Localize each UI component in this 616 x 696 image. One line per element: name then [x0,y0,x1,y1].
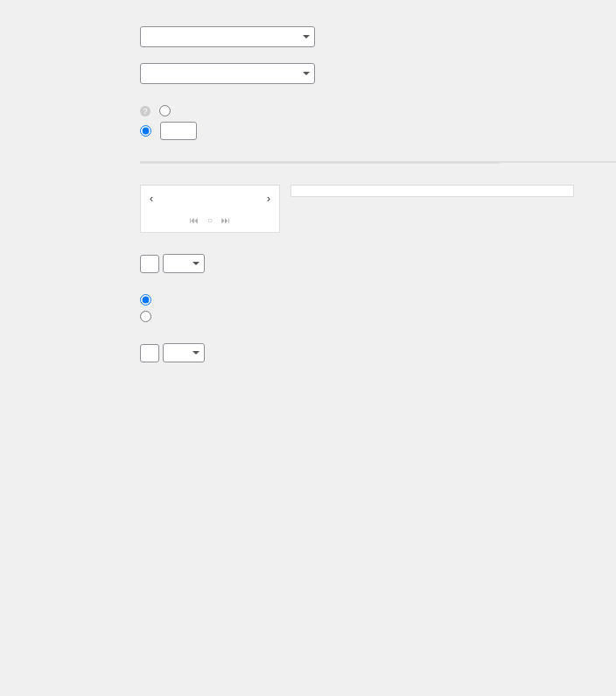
calc-calendar-radio[interactable] [140,311,151,322]
calendar: ‹ › ⏮ ○ ⏭ [140,185,280,233]
lead-unit-select[interactable] [163,254,205,273]
cal-prev-icon[interactable]: ‹ [146,193,157,205]
limits-label [9,105,140,109]
cal-next-icon[interactable]: › [263,193,274,205]
limits-count-input[interactable] [160,122,197,140]
help-icon[interactable]: ? [140,106,150,116]
deadline-unit-select[interactable] [163,343,205,362]
holiday-tags [290,185,574,197]
duration-select[interactable] [140,63,315,84]
mode-label [9,26,140,30]
cal-last-icon[interactable]: ⏭ [221,215,230,225]
holidays-label [9,185,140,188]
limits-unlimited-radio[interactable] [159,105,171,116]
deadline-label [9,343,140,347]
calc-label [9,294,140,298]
hours-label [9,161,140,165]
cal-today-icon[interactable]: ○ [207,215,213,225]
mode-select[interactable] [140,26,315,47]
lead-label [9,254,140,257]
lead-input[interactable] [140,255,159,273]
duration-label [9,63,140,67]
deadline-input[interactable] [140,344,159,362]
limits-limited-radio[interactable] [140,125,151,137]
cal-first-icon[interactable]: ⏮ [190,215,199,225]
calc-open-radio[interactable] [140,294,151,306]
